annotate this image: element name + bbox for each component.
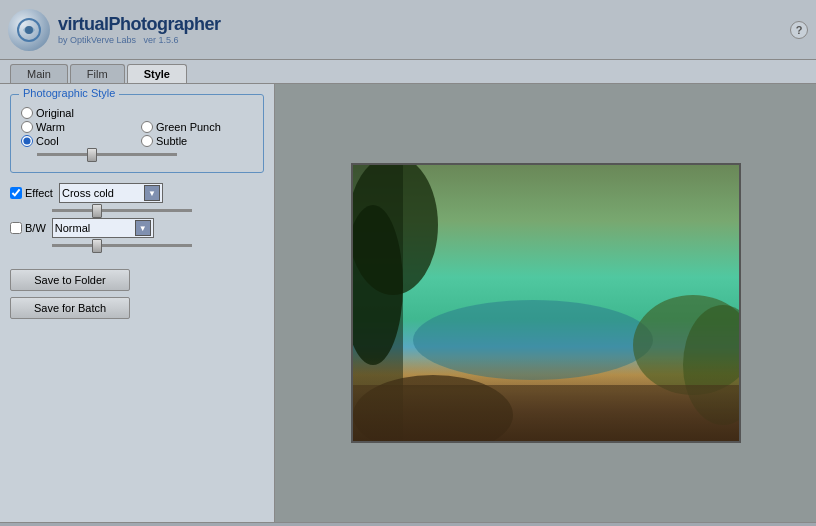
radio-subtle-input[interactable] bbox=[141, 135, 153, 147]
bw-slider-thumb[interactable] bbox=[92, 239, 102, 253]
bw-checkbox[interactable] bbox=[10, 222, 22, 234]
radio-warm[interactable]: Warm bbox=[21, 121, 111, 133]
bw-dropdown-arrow[interactable]: ▼ bbox=[135, 220, 151, 236]
radio-green-punch-label: Green Punch bbox=[156, 121, 221, 133]
radio-row-2: Warm Green Punch bbox=[21, 121, 253, 133]
logo-text: virtualPhotographer by OptikVerve Labs v… bbox=[58, 14, 221, 45]
photo-image bbox=[353, 165, 739, 441]
radio-original-label: Original bbox=[36, 107, 74, 119]
radio-cool-input[interactable] bbox=[21, 135, 33, 147]
bw-label: B/W bbox=[25, 222, 46, 234]
svg-point-1 bbox=[25, 26, 33, 34]
style-slider-track bbox=[37, 153, 177, 156]
photographic-style-group: Photographic Style Original Warm bbox=[10, 94, 264, 173]
effect-slider-track bbox=[52, 209, 192, 212]
radio-row-1: Original bbox=[21, 107, 253, 119]
style-slider-thumb[interactable] bbox=[87, 148, 97, 162]
radio-original-input[interactable] bbox=[21, 107, 33, 119]
svg-point-10 bbox=[353, 375, 513, 443]
svg-point-6 bbox=[413, 300, 653, 380]
radio-warm-label: Warm bbox=[36, 121, 65, 133]
save-to-folder-button[interactable]: Save to Folder bbox=[10, 269, 130, 291]
style-slider-row bbox=[21, 153, 253, 156]
app-subtitle: by OptikVerve Labs ver 1.5.6 bbox=[58, 35, 221, 45]
radio-green-punch-input[interactable] bbox=[141, 121, 153, 133]
style-radio-group: Original Warm Green Punch bbox=[21, 107, 253, 147]
tab-main[interactable]: Main bbox=[10, 64, 68, 83]
radio-cool[interactable]: Cool bbox=[21, 135, 111, 147]
bw-row: B/W Normal High Contrast Low Contrast ▼ bbox=[10, 218, 264, 238]
effect-dropdown-arrow[interactable]: ▼ bbox=[144, 185, 160, 201]
radio-subtle-label: Subtle bbox=[156, 135, 187, 147]
radio-row-3: Cool Subtle bbox=[21, 135, 253, 147]
radio-subtle[interactable]: Subtle bbox=[141, 135, 231, 147]
effect-label: Effect bbox=[25, 187, 53, 199]
effect-select[interactable]: Cross cold Cross warm Normal Subtle bbox=[62, 187, 142, 199]
bw-dropdown[interactable]: Normal High Contrast Low Contrast ▼ bbox=[52, 218, 154, 238]
effect-row: Effect Cross cold Cross warm Normal Subt… bbox=[10, 183, 264, 203]
bw-slider-track bbox=[52, 244, 192, 247]
main-layout: Photographic Style Original Warm bbox=[0, 84, 816, 522]
radio-warm-input[interactable] bbox=[21, 121, 33, 133]
radio-original[interactable]: Original bbox=[21, 107, 111, 119]
svg-rect-5 bbox=[353, 165, 403, 443]
photo-canvas-area bbox=[275, 84, 816, 522]
top-bar: virtualPhotographer by OptikVerve Labs v… bbox=[0, 0, 816, 60]
effect-dropdown[interactable]: Cross cold Cross warm Normal Subtle ▼ bbox=[59, 183, 163, 203]
left-panel: Photographic Style Original Warm bbox=[0, 84, 275, 522]
app-logo bbox=[8, 9, 50, 51]
photo-svg bbox=[353, 165, 741, 443]
bw-checkbox-item[interactable]: B/W bbox=[10, 222, 46, 234]
effect-slider-thumb[interactable] bbox=[92, 204, 102, 218]
bw-slider-row bbox=[36, 244, 264, 247]
tab-bar: Main Film Style bbox=[0, 60, 816, 84]
effect-checkbox[interactable] bbox=[10, 187, 22, 199]
radio-green-punch[interactable]: Green Punch bbox=[141, 121, 231, 133]
bottom-bar: + 100% — 100% FIT Half Cancel Process bbox=[0, 522, 816, 526]
group-title: Photographic Style bbox=[19, 87, 119, 99]
radio-cool-label: Cool bbox=[36, 135, 59, 147]
tab-style[interactable]: Style bbox=[127, 64, 187, 83]
svg-rect-9 bbox=[353, 385, 741, 443]
effect-slider-row bbox=[36, 209, 264, 212]
effect-checkbox-item[interactable]: Effect bbox=[10, 187, 53, 199]
tab-film[interactable]: Film bbox=[70, 64, 125, 83]
photo-frame bbox=[351, 163, 741, 443]
help-button[interactable]: ? bbox=[790, 21, 808, 39]
bw-select[interactable]: Normal High Contrast Low Contrast bbox=[55, 222, 133, 234]
save-for-batch-button[interactable]: Save for Batch bbox=[10, 297, 130, 319]
app-title: virtualPhotographer bbox=[58, 14, 221, 35]
